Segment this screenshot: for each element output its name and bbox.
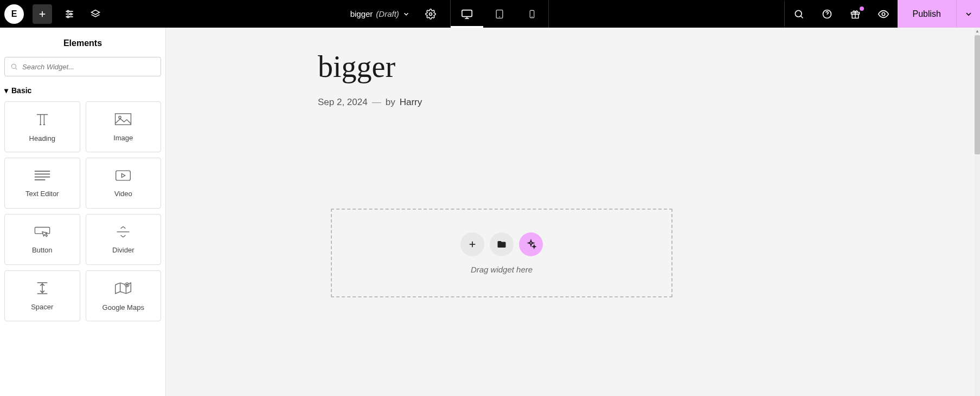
desktop-icon [461,8,473,20]
top-bar: E bigger (Draft) [0,0,980,28]
tablet-view-button[interactable] [483,0,516,28]
elementor-logo[interactable]: E [4,4,24,24]
help-icon [822,9,832,20]
svg-point-6 [70,13,72,15]
svg-rect-10 [462,10,472,16]
mobile-view-button[interactable] [516,0,548,28]
svg-point-5 [67,10,69,12]
svg-point-9 [429,12,432,15]
plus-icon [37,9,47,19]
document-title-dropdown[interactable]: bigger (Draft) [344,9,417,18]
help-button[interactable] [813,1,841,27]
topbar-left: E [0,1,108,27]
preview-button[interactable] [869,1,898,27]
mobile-icon [527,9,537,19]
structure-button[interactable] [82,1,108,27]
svg-point-24 [882,12,885,16]
site-settings-button[interactable] [56,1,82,27]
page-settings-button[interactable] [418,1,444,27]
svg-point-17 [795,10,802,17]
publish-options-button[interactable] [956,0,980,28]
whats-new-button[interactable] [841,1,869,27]
logo-text: E [11,9,17,19]
eye-icon [877,8,889,20]
topbar-right [784,1,898,27]
chevron-down-icon [402,10,410,18]
document-name: bigger [350,9,373,18]
notification-dot [860,7,864,11]
desktop-view-button[interactable] [451,0,483,28]
search-icon [793,9,804,20]
topbar-center: bigger (Draft) [344,0,549,28]
finder-button[interactable] [785,1,813,27]
layers-icon [90,9,101,20]
gift-icon [850,9,861,20]
gear-icon [425,9,436,20]
svg-point-7 [67,16,69,17]
document-status: (Draft) [376,9,399,18]
add-element-button[interactable] [33,4,52,24]
publish-button[interactable]: Publish [898,0,956,28]
publish-label: Publish [913,9,941,19]
chevron-down-icon [964,10,973,18]
responsive-device-group [450,0,549,28]
tablet-icon [494,9,505,20]
svg-line-18 [800,16,803,18]
sliders-icon [64,9,75,20]
svg-marker-8 [92,10,100,14]
